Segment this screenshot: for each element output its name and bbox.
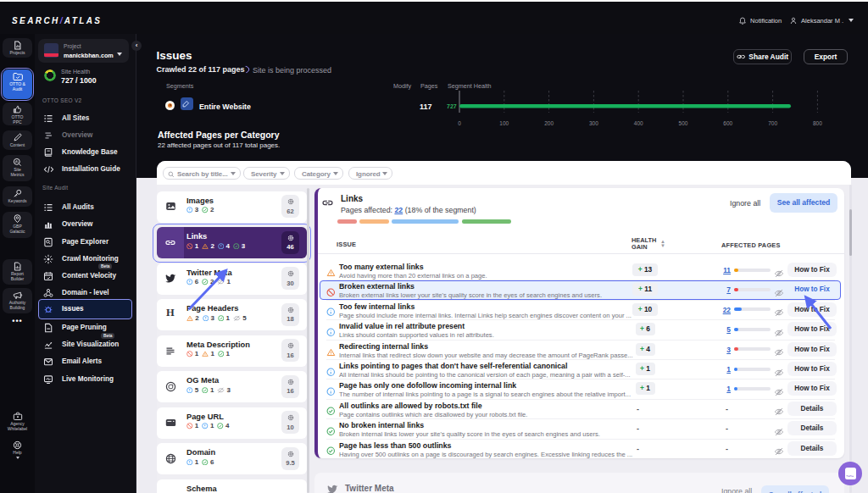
svg-text:200: 200 <box>544 120 554 126</box>
svg-text:800: 800 <box>813 120 822 126</box>
svg-text:100: 100 <box>499 120 509 126</box>
svg-text:600: 600 <box>723 120 732 126</box>
svg-text:0: 0 <box>458 120 461 126</box>
svg-text:400: 400 <box>634 120 643 126</box>
svg-text:500: 500 <box>679 120 688 126</box>
svg-text:300: 300 <box>589 120 598 126</box>
svg-text:700: 700 <box>768 120 777 126</box>
